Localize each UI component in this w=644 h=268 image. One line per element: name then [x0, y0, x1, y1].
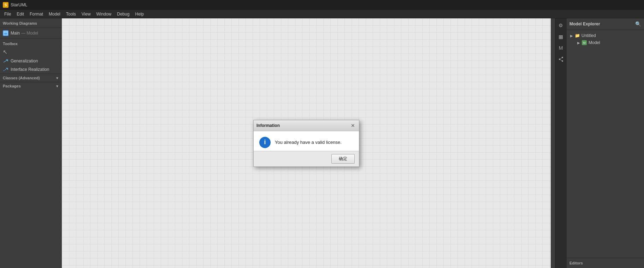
- cursor-icon: ↖: [3, 49, 7, 55]
- svg-line-4: [4, 68, 8, 71]
- working-diagrams-label: Working Diagrams: [0, 18, 62, 28]
- classes-advanced-chevron: ▼: [55, 76, 59, 80]
- canvas-scrollbar[interactable]: [551, 18, 555, 268]
- packages-chevron: ▼: [55, 84, 59, 88]
- tree-item-model[interactable]: ▶ M Model: [568, 39, 643, 46]
- dialog-title: Information: [256, 123, 280, 128]
- menu-edit[interactable]: Edit: [14, 11, 27, 17]
- toolbox-cursor-area: ↖: [0, 47, 62, 57]
- canvas-area[interactable]: Information ✕ i You already have a valid…: [62, 18, 551, 268]
- dialog-close-button[interactable]: ✕: [350, 122, 356, 129]
- dialog-body: i You already have a valid license.: [254, 131, 359, 151]
- tree-item-untitled[interactable]: ▶ 📁 Untitled: [568, 32, 643, 39]
- info-icon: i: [259, 137, 271, 148]
- search-button[interactable]: 🔍: [635, 21, 641, 27]
- editors-label: Editors: [569, 261, 583, 265]
- diagram-name: Main: [11, 31, 20, 36]
- model-icon: M: [581, 40, 587, 45]
- dialog-message: You already have a valid license.: [275, 140, 342, 145]
- right-panel: Model Explorer 🔍 ▶ 📁 Untitled ▶ M Model: [566, 18, 644, 268]
- app-title: StarUML: [11, 2, 27, 7]
- diagram-suffix: — Model: [21, 31, 38, 36]
- info-dialog: Information ✕ i You already have a valid…: [253, 120, 359, 167]
- svg-point-7: [559, 59, 560, 60]
- menu-help[interactable]: Help: [132, 11, 147, 17]
- dialog-title-bar[interactable]: Information ✕: [254, 120, 359, 131]
- title-bar: S StarUML: [0, 0, 644, 10]
- model-tree: ▶ 📁 Untitled ▶ M Model: [567, 30, 644, 258]
- menu-format[interactable]: Format: [27, 11, 46, 17]
- menu-model[interactable]: Model: [46, 11, 63, 17]
- menu-file[interactable]: File: [1, 11, 14, 17]
- menu-bar: File Edit Format Model Tools View Window…: [0, 10, 644, 18]
- toolbox-item-interface-realization[interactable]: Interface Realization: [0, 65, 62, 74]
- left-panel: Working Diagrams Main — Model Toolbox ↖: [0, 18, 62, 268]
- dialog-footer: 确定: [254, 151, 359, 166]
- ok-button[interactable]: 确定: [331, 154, 355, 164]
- grid-icon[interactable]: ▦: [557, 32, 565, 41]
- untitled-label: Untitled: [581, 33, 596, 38]
- generalization-icon: [3, 58, 8, 64]
- interface-realization-label: Interface Realization: [11, 67, 49, 72]
- main-layout: Working Diagrams Main — Model Toolbox ↖: [0, 18, 644, 268]
- menu-window[interactable]: Window: [94, 11, 114, 17]
- md-icon[interactable]: M: [557, 44, 565, 52]
- menu-tools[interactable]: Tools: [63, 11, 79, 17]
- app-icon: S: [3, 2, 8, 8]
- dialog-overlay: Information ✕ i You already have a valid…: [62, 18, 551, 268]
- diagram-icon: [3, 30, 8, 36]
- tree-arrow-model: ▶: [577, 41, 581, 45]
- gear-icon[interactable]: ⚙: [557, 21, 565, 30]
- tree-arrow-untitled: ▶: [569, 34, 574, 38]
- svg-point-6: [562, 57, 563, 58]
- svg-line-10: [560, 60, 562, 61]
- svg-line-2: [4, 60, 8, 62]
- packages-header[interactable]: Packages ▼: [0, 82, 62, 90]
- icon-strip: ⚙ ▦ M: [555, 18, 566, 268]
- svg-rect-0: [4, 31, 7, 35]
- packages-label: Packages: [3, 84, 21, 88]
- svg-line-9: [560, 58, 562, 59]
- model-label: Model: [589, 40, 600, 45]
- model-explorer-header: Model Explorer 🔍: [567, 18, 644, 30]
- editors-section: Editors: [567, 258, 644, 268]
- classes-advanced-label: Classes (Advanced): [3, 76, 40, 80]
- diagrams-list: Main — Model: [0, 28, 62, 38]
- model-explorer-title: Model Explorer: [569, 22, 600, 26]
- svg-point-8: [562, 60, 563, 62]
- generalization-label: Generalization: [11, 59, 38, 63]
- toolbox-section: Toolbox ↖ Generalization: [0, 38, 62, 268]
- realization-icon: [3, 67, 8, 72]
- toolbox-item-generalization[interactable]: Generalization: [0, 57, 62, 65]
- menu-view[interactable]: View: [79, 11, 94, 17]
- untitled-folder-icon: 📁: [574, 33, 580, 38]
- classes-advanced-header[interactable]: Classes (Advanced) ▼: [0, 74, 62, 82]
- share-icon[interactable]: [557, 55, 565, 63]
- toolbox-header: Toolbox: [0, 39, 62, 47]
- diagram-item-main[interactable]: Main — Model: [0, 29, 62, 37]
- menu-debug[interactable]: Debug: [114, 11, 132, 17]
